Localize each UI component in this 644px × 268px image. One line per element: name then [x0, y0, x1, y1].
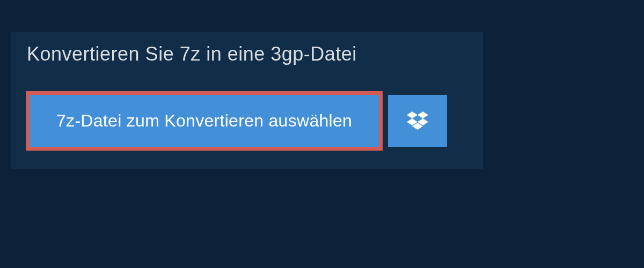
converter-panel: Konvertieren Sie 7z in eine 3gp-Datei 7z…: [11, 32, 483, 169]
title-bar: Konvertieren Sie 7z in eine 3gp-Datei: [11, 32, 373, 76]
page-title: Konvertieren Sie 7z in eine 3gp-Datei: [27, 43, 357, 65]
select-file-button[interactable]: 7z-Datei zum Konvertieren auswählen: [30, 95, 379, 147]
dropbox-button[interactable]: [388, 95, 447, 147]
select-file-highlight: 7z-Datei zum Konvertieren auswählen: [26, 91, 383, 151]
dropbox-icon: [407, 111, 428, 131]
action-row: 7z-Datei zum Konvertieren auswählen: [11, 76, 483, 169]
